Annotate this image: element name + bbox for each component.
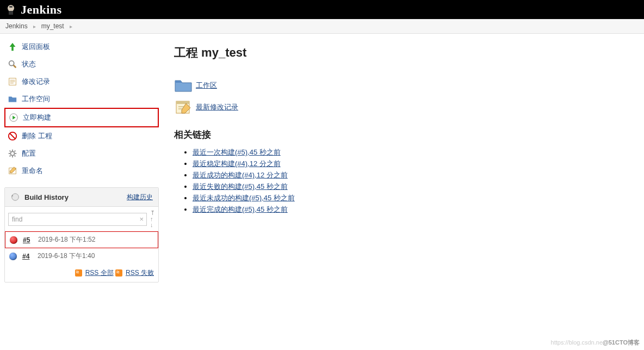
changes-link-row: 最新修改记录 (174, 99, 644, 115)
svg-line-17 (10, 151, 11, 152)
top-header: Jenkins (0, 0, 644, 19)
build-history-nav: ⤒ ↑ ↓ (150, 210, 155, 228)
svg-rect-24 (176, 101, 189, 104)
gear-icon (7, 148, 18, 159)
build-history-title: Build History (24, 193, 69, 201)
task-delete-project[interactable]: 删除 工程 (4, 127, 159, 145)
notepad-large-icon (174, 99, 193, 115)
brand-name: Jenkins (21, 3, 62, 17)
svg-line-20 (15, 151, 16, 152)
breadcrumb-project[interactable]: my_test (41, 22, 64, 30)
folder-large-icon (174, 77, 193, 94)
task-label[interactable]: 重命名 (22, 166, 43, 176)
build-number[interactable]: #5 (23, 236, 38, 244)
svg-line-18 (15, 156, 16, 157)
main-links: 工作区 最新修改记录 (174, 77, 644, 115)
sidebar: 返回面板 状态 修改记录 工作空间 立即构建 删除 工程 (0, 34, 163, 287)
related-link[interactable]: 最近一次构建(#5),45 秒之前 (193, 148, 281, 156)
task-changes[interactable]: 修改记录 (4, 73, 159, 90)
up-arrow-icon (7, 41, 18, 53)
search-icon (7, 58, 18, 70)
build-number[interactable]: #4 (22, 253, 38, 260)
list-item: 最近成功的构建(#4),12 分之前 (193, 170, 644, 180)
page-title: 工程 my_test (174, 45, 644, 61)
notepad-icon (7, 76, 18, 88)
edit-icon (7, 165, 18, 177)
task-label[interactable]: 删除 工程 (22, 131, 52, 141)
clock-play-icon (8, 112, 20, 124)
svg-point-0 (8, 5, 14, 11)
breadcrumb-root[interactable]: Jenkins (5, 22, 28, 30)
breadcrumb: Jenkins ▸ my_test ▸ (0, 19, 644, 34)
build-search-input[interactable] (8, 213, 147, 226)
task-label[interactable]: 返回面板 (22, 42, 50, 52)
svg-line-11 (10, 134, 15, 139)
related-link[interactable]: 最近未成功的构建(#5),45 秒之前 (193, 194, 295, 202)
svg-point-3 (9, 61, 14, 66)
build-status-blue-icon (9, 253, 17, 260)
svg-point-22 (12, 194, 19, 201)
rss-icon (75, 269, 82, 277)
build-date: 2019-6-18 下午1:52 (38, 235, 95, 244)
task-configure[interactable]: 配置 (4, 145, 159, 162)
list-item: 最近未成功的构建(#5),45 秒之前 (193, 193, 644, 203)
build-item[interactable]: #5 2019-6-18 下午1:52 (5, 231, 158, 248)
svg-line-4 (14, 65, 16, 68)
clear-search-icon[interactable]: × (139, 215, 144, 223)
jenkins-logo-icon (4, 3, 17, 16)
workspace-link[interactable]: 工作区 (196, 81, 217, 90)
build-history-header: Build History 构建历史 (5, 188, 158, 207)
list-item: 最近一次构建(#5),45 秒之前 (193, 148, 644, 157)
task-label[interactable]: 工作空间 (22, 94, 50, 104)
task-back-to-dashboard[interactable]: 返回面板 (4, 38, 159, 56)
task-build-now[interactable]: 立即构建 (4, 108, 159, 127)
svg-rect-1 (9, 11, 13, 15)
build-history-search: × (8, 213, 147, 226)
task-rename[interactable]: 重命名 (4, 162, 159, 180)
rss-icon (115, 269, 122, 277)
task-label[interactable]: 状态 (22, 59, 36, 69)
delete-icon (7, 130, 18, 142)
build-date: 2019-6-18 下午1:40 (38, 251, 95, 261)
task-list: 返回面板 状态 修改记录 工作空间 立即构建 删除 工程 (4, 38, 159, 180)
list-item: 最近完成的构建(#5),45 秒之前 (193, 205, 644, 214)
workspace-link-row: 工作区 (174, 77, 644, 94)
svg-point-12 (10, 151, 14, 155)
build-status-red-icon (10, 236, 17, 244)
chevron-right-icon: ▸ (70, 23, 72, 29)
history-icon (10, 192, 20, 202)
list-item: 最近失败的构建(#5),45 秒之前 (193, 182, 644, 192)
recent-changes-link[interactable]: 最新修改记录 (196, 102, 238, 112)
folder-icon (7, 93, 18, 105)
nav-down-icon[interactable]: ↓ (150, 222, 155, 228)
svg-rect-2 (9, 6, 13, 8)
related-link[interactable]: 最近完成的构建(#5),45 秒之前 (193, 205, 288, 213)
related-link[interactable]: 最近稳定构建(#4),12 分之前 (193, 159, 281, 168)
main-content: 工程 my_test 工作区 最新修改记录 相关链接 最近一次构建(#5),45… (163, 34, 644, 287)
build-history-footer: RSS 全部 RSS 失败 (5, 264, 158, 282)
related-links-title: 相关链接 (174, 128, 644, 141)
task-status[interactable]: 状态 (4, 56, 159, 73)
task-label[interactable]: 配置 (22, 149, 36, 158)
task-workspace[interactable]: 工作空间 (4, 90, 159, 108)
related-links-list: 最近一次构建(#5),45 秒之前 最近稳定构建(#4),12 分之前 最近成功… (174, 148, 644, 214)
build-item[interactable]: #4 2019-6-18 下午1:40 (5, 248, 158, 264)
task-label[interactable]: 修改记录 (22, 77, 50, 87)
task-label[interactable]: 立即构建 (23, 113, 51, 122)
list-item: 最近稳定构建(#4),12 分之前 (193, 159, 644, 169)
svg-line-19 (10, 156, 11, 157)
build-history-trend-link[interactable]: 构建历史 (127, 193, 153, 202)
rss-fail-link[interactable]: RSS 失败 (126, 269, 154, 277)
related-link[interactable]: 最近失败的构建(#5),45 秒之前 (193, 182, 288, 191)
build-list: #5 2019-6-18 下午1:52 #4 2019-6-18 下午1:40 (5, 231, 158, 264)
chevron-right-icon: ▸ (33, 23, 36, 29)
related-link[interactable]: 最近成功的构建(#4),12 分之前 (193, 171, 288, 179)
build-history-widget: Build History 构建历史 × ⤒ ↑ ↓ #5 (4, 187, 159, 283)
rss-all-link[interactable]: RSS 全部 (85, 269, 114, 277)
